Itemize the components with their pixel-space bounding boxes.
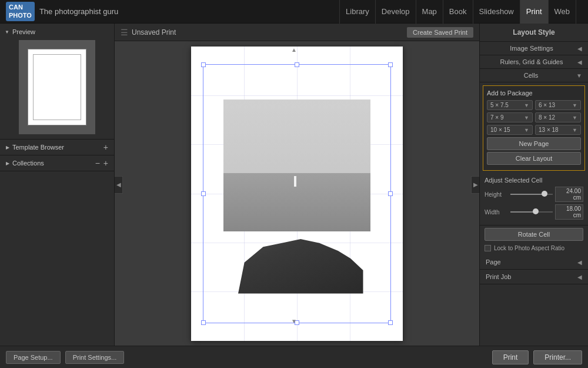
pkg-size-6x13[interactable]: 6 × 13 ▼ <box>535 100 581 110</box>
pkg-size-10x15[interactable]: 10 × 15 ▼ <box>487 125 533 135</box>
nav-slideshow[interactable]: Slideshow <box>473 0 520 24</box>
print-settings-button[interactable]: Print Settings... <box>65 351 125 364</box>
center-toolbar: ☰ Unsaved Print Create Saved Print <box>115 24 479 41</box>
photo-scene <box>223 100 370 294</box>
lock-checkbox[interactable] <box>485 245 491 251</box>
pkg-size-7x9[interactable]: 7 × 9 ▼ <box>487 112 533 122</box>
handle-top-right[interactable] <box>388 62 393 67</box>
new-page-button[interactable]: New Page <box>487 137 581 150</box>
print-page <box>191 47 403 341</box>
preview-thumbnail <box>19 40 95 134</box>
collections-section: ▶ Collections − + <box>0 155 114 171</box>
left-panel-collapse[interactable]: ◀ <box>115 176 123 194</box>
top-arrow[interactable]: ▲ <box>289 47 299 52</box>
template-browser-toggle-icon: ▶ <box>6 145 9 150</box>
width-row: Width 18.00 cm <box>485 204 583 220</box>
print-title: ☰ Unsaved Print <box>121 28 176 37</box>
print-canvas-area <box>115 41 479 346</box>
package-row-2: 7 × 9 ▼ 8 × 12 ▼ <box>487 112 581 122</box>
collections-toggle-icon: ▶ <box>6 161 9 166</box>
nav-web[interactable]: Web <box>549 0 577 24</box>
bottom-bar: Page Setup... Print Settings... Print Pr… <box>0 346 588 368</box>
width-value[interactable]: 18.00 cm <box>555 204 583 220</box>
height-value[interactable]: 24.00 cm <box>555 187 583 202</box>
handle-middle-right[interactable] <box>388 191 393 196</box>
logo-area: CAN PHOTO The photographist guru <box>6 2 118 21</box>
nav-library[interactable]: Library <box>339 0 376 24</box>
rotate-cell-button[interactable]: Rotate Cell <box>485 228 583 241</box>
handle-bottom-left[interactable] <box>201 320 206 325</box>
handle-top-center[interactable] <box>295 62 299 67</box>
collections-label: Collections <box>12 160 44 167</box>
height-label: Height <box>485 191 508 198</box>
photo-lighthouse <box>294 176 296 187</box>
clear-layout-button[interactable]: Clear Layout <box>487 152 581 165</box>
package-row-3: 10 × 15 ▼ 13 × 18 ▼ <box>487 125 581 135</box>
template-browser-label: Template Browser <box>12 144 64 151</box>
preview-label: Preview <box>12 28 35 35</box>
height-slider[interactable] <box>510 194 553 195</box>
bottom-arrow[interactable]: ▼ <box>289 319 299 323</box>
left-panel: ▼ Preview ▶ Template Browser + <box>0 24 115 346</box>
handle-top-left[interactable] <box>201 62 206 67</box>
lock-label: Lock to Photo Aspect Ratio <box>494 245 564 251</box>
printer-button[interactable]: Printer... <box>533 350 582 364</box>
cells-header[interactable]: Cells ▼ <box>480 69 588 82</box>
package-row-1: 5 × 7.5 ▼ 6 × 13 ▼ <box>487 100 581 110</box>
collections-header[interactable]: ▶ Collections <box>6 160 44 167</box>
width-slider[interactable] <box>510 211 553 213</box>
image-settings-header[interactable]: Image Settings ◀ <box>480 42 588 55</box>
preview-section: ▼ Preview <box>0 24 114 140</box>
print-job-arrow: ◀ <box>577 274 582 280</box>
add-to-package-title: Add to Package <box>487 89 581 97</box>
preview-toggle-icon: ▼ <box>5 29 9 35</box>
nav-links: Library Develop Map Book Slideshow Print… <box>339 0 576 24</box>
image-settings-arrow: ◀ <box>577 45 582 52</box>
nav-develop[interactable]: Develop <box>376 0 416 24</box>
right-panel: Layout Style Image Settings ◀ Rulers, Gr… <box>479 24 588 346</box>
print-job-label: Print Job <box>486 273 511 280</box>
photo-container <box>223 100 370 294</box>
collections-minus-icon[interactable]: − <box>95 159 100 167</box>
app-title: The photographist guru <box>39 7 118 16</box>
template-browser-add-icon[interactable]: + <box>103 143 108 151</box>
width-label: Width <box>485 209 508 216</box>
rulers-grid-label: Rulers, Grid & Guides <box>486 58 577 65</box>
layout-style-label: Layout Style <box>480 24 588 42</box>
nav-book[interactable]: Book <box>443 0 473 24</box>
top-nav: CAN PHOTO The photographist guru Library… <box>0 0 588 24</box>
nav-print[interactable]: Print <box>520 0 549 24</box>
center-area: ☰ Unsaved Print Create Saved Print <box>115 24 479 346</box>
cells-label: Cells <box>486 72 576 79</box>
rulers-grid-arrow: ◀ <box>577 59 582 65</box>
template-browser-header[interactable]: ▶ Template Browser <box>6 144 64 151</box>
handle-bottom-right[interactable] <box>388 320 393 325</box>
pkg-size-5x75[interactable]: 5 × 7.5 ▼ <box>487 100 533 110</box>
template-browser-actions: + <box>103 143 108 151</box>
bottom-right-buttons: Print Printer... <box>492 350 582 364</box>
handle-middle-left[interactable] <box>201 191 206 196</box>
template-browser-section: ▶ Template Browser + <box>0 140 114 155</box>
print-title-label: Unsaved Print <box>132 28 176 37</box>
preview-thumb-border <box>33 54 81 120</box>
print-icon: ☰ <box>121 28 128 37</box>
right-panel-collapse[interactable]: ▶ <box>471 176 479 194</box>
rulers-grid-header[interactable]: Rulers, Grid & Guides ◀ <box>480 55 588 69</box>
preview-header[interactable]: ▼ Preview <box>5 28 109 35</box>
page-section[interactable]: Page ◀ <box>480 255 588 270</box>
pkg-size-8x12[interactable]: 8 × 12 ▼ <box>535 112 581 122</box>
print-job-section[interactable]: Print Job ◀ <box>480 270 588 284</box>
add-to-package-box: Add to Package 5 × 7.5 ▼ 6 × 13 ▼ 7 × 9 <box>483 85 585 171</box>
page-setup-button[interactable]: Page Setup... <box>6 351 61 364</box>
page-arrow: ◀ <box>577 259 582 266</box>
pkg-size-13x18[interactable]: 13 × 18 ▼ <box>535 125 581 135</box>
create-saved-button[interactable]: Create Saved Print <box>407 27 473 38</box>
adjust-cell-title: Adjust Selected Cell <box>485 177 583 184</box>
collections-add-icon[interactable]: + <box>103 159 108 167</box>
bottom-left-buttons: Page Setup... Print Settings... <box>6 351 124 364</box>
nav-map[interactable]: Map <box>416 0 443 24</box>
print-button[interactable]: Print <box>492 350 529 364</box>
photo-water <box>223 173 370 231</box>
collections-actions: − + <box>95 159 108 167</box>
lock-row: Lock to Photo Aspect Ratio <box>480 243 588 255</box>
